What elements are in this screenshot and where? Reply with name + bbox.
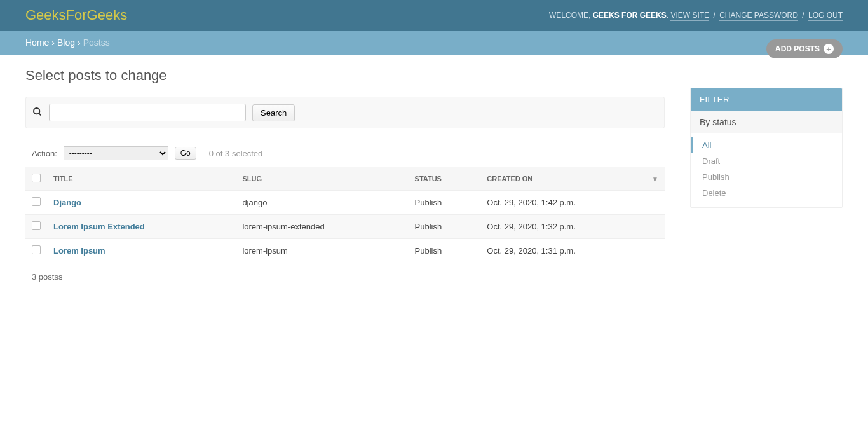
separator: /: [713, 11, 715, 20]
action-bar: Action: --------- Go 0 of 3 selected: [25, 140, 665, 167]
breadcrumb-home[interactable]: Home: [25, 38, 49, 48]
column-header-created[interactable]: CREATED ON ▼: [480, 167, 665, 191]
add-posts-label: ADD POSTS: [775, 44, 820, 53]
plus-icon: +: [824, 44, 834, 54]
logout-link[interactable]: LOG OUT: [808, 11, 843, 21]
brand-title: GeeksForGeeks: [25, 7, 127, 24]
column-header-slug[interactable]: SLUG: [236, 167, 408, 191]
breadcrumb-app[interactable]: Blog: [57, 38, 75, 48]
sidebar-column: ADD POSTS + FILTER By status AllDraftPub…: [690, 67, 843, 291]
row-status: Publish: [409, 239, 481, 263]
filter-option[interactable]: Delete: [691, 185, 842, 201]
breadcrumb-current: Postss: [83, 38, 110, 48]
breadcrumb: Home › Blog › Postss: [0, 31, 868, 55]
row-slug: lorem-ipsum-extended: [236, 215, 408, 239]
separator: /: [802, 11, 804, 20]
select-all-header: [25, 167, 47, 191]
row-checkbox[interactable]: [32, 221, 41, 230]
header-bar: GeeksForGeeks WELCOME, GEEKS FOR GEEKS. …: [0, 0, 868, 31]
search-bar: Search: [25, 97, 665, 128]
row-created: Oct. 29, 2020, 1:42 p.m.: [480, 191, 665, 215]
action-label: Action:: [32, 149, 57, 158]
column-header-created-label: CREATED ON: [487, 175, 532, 182]
select-all-checkbox[interactable]: [32, 174, 41, 182]
row-slug: django: [236, 191, 408, 215]
svg-line-1: [39, 113, 41, 115]
row-title-link[interactable]: Lorem Ipsum Extended: [53, 222, 145, 231]
row-title-link[interactable]: Lorem Ipsum: [53, 246, 105, 256]
add-posts-button[interactable]: ADD POSTS +: [766, 39, 843, 58]
search-button[interactable]: Search: [252, 104, 295, 121]
main-column: Select posts to change Search Action: --…: [25, 67, 665, 291]
view-site-link[interactable]: VIEW SITE: [670, 11, 709, 21]
row-title-link[interactable]: Django: [53, 198, 81, 207]
filter-panel: FILTER By status AllDraftPublishDelete: [690, 88, 843, 208]
filter-title: FILTER: [691, 88, 842, 111]
table-row: Lorem Ipsum Extendedlorem-ipsum-extended…: [25, 215, 665, 239]
results-table: TITLE SLUG STATUS CREATED ON ▼ Djangodja…: [25, 167, 665, 263]
breadcrumb-separator: ›: [51, 38, 55, 48]
search-input[interactable]: [49, 104, 246, 121]
filter-list: AllDraftPublishDelete: [691, 133, 842, 207]
filter-section-title: By status: [691, 111, 842, 133]
row-status: Publish: [409, 215, 481, 239]
username-text: GEEKS FOR GEEKS: [593, 11, 667, 20]
row-status: Publish: [409, 191, 481, 215]
change-password-link[interactable]: CHANGE PASSWORD: [719, 11, 798, 21]
sort-descending-icon: ▼: [652, 175, 658, 182]
search-icon: [32, 107, 43, 119]
filter-option[interactable]: Publish: [691, 169, 842, 185]
row-created: Oct. 29, 2020, 1:32 p.m.: [480, 215, 665, 239]
filter-option[interactable]: Draft: [691, 153, 842, 169]
content-area: Select posts to change Search Action: --…: [0, 55, 868, 304]
paginator: 3 postss: [25, 263, 665, 291]
filter-option[interactable]: All: [691, 137, 842, 153]
selection-count: 0 of 3 selected: [209, 149, 263, 158]
column-header-title[interactable]: TITLE: [47, 167, 236, 191]
breadcrumb-separator: ›: [78, 38, 81, 48]
table-row: DjangodjangoPublishOct. 29, 2020, 1:42 p…: [25, 191, 665, 215]
column-header-status[interactable]: STATUS: [409, 167, 481, 191]
action-select[interactable]: ---------: [64, 146, 168, 160]
go-button[interactable]: Go: [175, 147, 196, 160]
table-row: Lorem Ipsumlorem-ipsumPublishOct. 29, 20…: [25, 239, 665, 263]
svg-point-0: [34, 108, 39, 114]
welcome-text: WELCOME,: [549, 11, 590, 20]
page-title: Select posts to change: [25, 67, 167, 84]
row-checkbox[interactable]: [32, 197, 41, 206]
row-checkbox[interactable]: [32, 245, 41, 254]
row-created: Oct. 29, 2020, 1:31 p.m.: [480, 239, 665, 263]
row-slug: lorem-ipsum: [236, 239, 408, 263]
heading-row: Select posts to change: [25, 67, 665, 84]
user-tools: WELCOME, GEEKS FOR GEEKS. VIEW SITE / CH…: [549, 11, 843, 20]
